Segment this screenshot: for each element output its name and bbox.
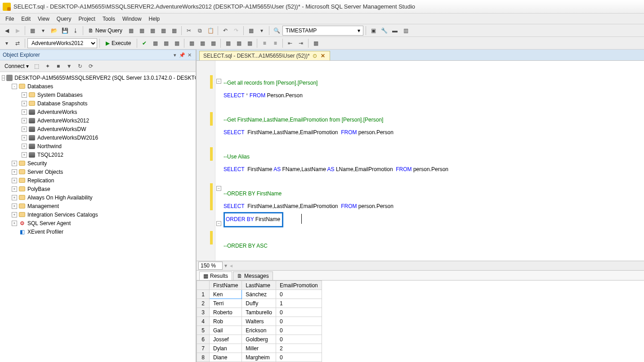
expander-icon[interactable]: + <box>12 204 17 209</box>
row-number[interactable]: 6 <box>197 335 210 344</box>
find-icon[interactable]: 🔍 <box>272 26 282 36</box>
zoom-dropdown[interactable]: 150 % <box>198 262 223 270</box>
cell[interactable]: 0 <box>276 335 322 344</box>
tree-node[interactable]: ◧XEvent Profiler <box>0 227 196 236</box>
menu-file[interactable]: File <box>2 14 18 23</box>
save-all-icon[interactable]: ⭳ <box>71 26 80 36</box>
indent-icon[interactable]: ⇥ <box>296 38 306 48</box>
stop-icon[interactable]: ✦ <box>43 62 52 71</box>
panel-dropdown-icon[interactable]: ▾ <box>171 51 179 59</box>
db-engine-query-icon[interactable]: ▦ <box>126 26 136 36</box>
tree-node[interactable]: +Always On High Availability <box>0 193 196 202</box>
cell[interactable]: Sánchez <box>242 290 276 299</box>
results-grid[interactable]: FirstName LastName EmailPromotion 1 Ken … <box>197 281 644 362</box>
mdx-query-icon[interactable]: ▦ <box>148 26 157 36</box>
outdent-icon[interactable]: ⇤ <box>285 38 295 48</box>
row-number[interactable]: 1 <box>197 290 210 299</box>
cell[interactable]: Goldberg <box>242 335 276 344</box>
undo-icon[interactable]: ↶ <box>220 26 230 36</box>
cut-icon[interactable]: ✂ <box>184 26 194 36</box>
expander-icon[interactable]: + <box>12 212 17 217</box>
table-row[interactable]: 8 Diane Margheim 0 <box>197 353 322 362</box>
expander-icon[interactable]: + <box>12 195 17 200</box>
table-row[interactable]: 7 Dylan Miller 2 <box>197 344 322 353</box>
tree-node[interactable]: +Northwind <box>0 142 196 150</box>
tree-node[interactable]: +Server Objects <box>0 167 196 176</box>
row-number[interactable]: 7 <box>197 344 210 353</box>
tree-node[interactable]: +Management <box>0 202 196 210</box>
cell[interactable]: 0 <box>276 326 322 335</box>
expander-icon[interactable]: + <box>12 186 17 192</box>
cell[interactable]: 1 <box>276 299 322 308</box>
connect-button[interactable]: Connect▾ <box>3 63 31 69</box>
expander-icon[interactable]: + <box>22 152 27 158</box>
col-header[interactable]: FirstName <box>210 281 242 290</box>
sqlcmd-icon[interactable]: ▦ <box>208 38 218 48</box>
menu-help[interactable]: Help <box>145 14 164 23</box>
filter-icon[interactable]: ▼ <box>65 62 74 71</box>
fold-icon[interactable]: − <box>216 79 221 84</box>
menu-view[interactable]: View <box>34 14 53 23</box>
plan2-icon[interactable]: ▦ <box>172 38 182 48</box>
dmx-query-icon[interactable]: ▦ <box>158 26 168 36</box>
layout-icon-3[interactable]: ▬ <box>390 26 400 36</box>
row-number[interactable]: 4 <box>197 317 210 326</box>
cell[interactable]: Ken <box>210 290 242 299</box>
cell[interactable]: Jossef <box>210 335 242 344</box>
scroll-left-icon[interactable]: ◂ <box>230 262 233 269</box>
specify-values-icon[interactable]: ▦ <box>311 38 321 48</box>
cell[interactable]: 2 <box>276 344 322 353</box>
panel-close-icon[interactable]: ✕ <box>186 51 193 59</box>
plan-icon[interactable]: ▦ <box>150 38 160 48</box>
expander-icon[interactable]: + <box>22 127 27 132</box>
change-connection-icon[interactable]: ⇄ <box>13 38 22 48</box>
document-tab[interactable]: SELECT.sql - DESKT...A1M5655\User (52))*… <box>199 51 330 60</box>
menu-window[interactable]: Window <box>119 14 145 23</box>
new-query-button[interactable]: 🗎 New Query <box>85 26 125 36</box>
panel-pin-icon[interactable]: 📌 <box>179 51 186 59</box>
tree-node[interactable]: -Databases <box>0 82 196 90</box>
table-row[interactable]: 5 Gail Erickson 0 <box>197 326 322 335</box>
results-text-icon[interactable]: ▦ <box>223 38 233 48</box>
comment-icon[interactable]: ≡ <box>259 38 269 48</box>
expander-icon[interactable]: + <box>12 221 17 226</box>
tree-node[interactable]: +PolyBase <box>0 185 196 193</box>
cell[interactable]: 0 <box>276 308 322 317</box>
tree-node[interactable]: +Replication <box>0 176 196 185</box>
cell[interactable]: Tamburello <box>242 308 276 317</box>
row-number[interactable]: 3 <box>197 308 210 317</box>
col-header[interactable]: EmailPromotion <box>276 281 322 290</box>
cell[interactable]: 0 <box>276 317 322 326</box>
table-row[interactable]: 6 Jossef Goldberg 0 <box>197 335 322 344</box>
messages-tab[interactable]: 🗎 Messages <box>233 272 273 280</box>
expander-icon[interactable]: + <box>22 144 27 149</box>
tree-node[interactable]: +Database Snapshots <box>0 99 196 108</box>
menu-edit[interactable]: Edit <box>18 14 34 23</box>
new-file-icon[interactable]: ▾ <box>38 26 48 36</box>
layout-icon-4[interactable]: ▥ <box>401 26 411 36</box>
expander-icon[interactable]: + <box>22 118 27 123</box>
object-tree[interactable]: − DESKTOP-A1M5655\MSSQLSERVER2 (SQL Serv… <box>0 72 196 362</box>
cell[interactable]: Rob <box>210 317 242 326</box>
cell[interactable]: Dylan <box>210 344 242 353</box>
expander-icon[interactable]: + <box>12 178 17 183</box>
layout-icon-1[interactable]: ▣ <box>368 26 378 36</box>
tree-node[interactable]: +TSQL2012 <box>0 150 196 159</box>
expander-icon[interactable]: + <box>22 92 27 98</box>
tree-server-node[interactable]: − DESKTOP-A1M5655\MSSQLSERVER2 (SQL Serv… <box>0 73 196 82</box>
expander-icon[interactable]: + <box>12 161 17 166</box>
table-row[interactable]: 3 Roberto Tamburello 0 <box>197 308 322 317</box>
execute-button[interactable]: ▶ Execute <box>102 38 134 48</box>
cell[interactable]: Miller <box>242 344 276 353</box>
paste-icon[interactable]: 📋 <box>206 26 215 36</box>
save-icon[interactable]: 💾 <box>60 26 70 36</box>
results-tab[interactable]: ▦ Results <box>199 272 232 280</box>
options-icon[interactable]: ▦ <box>161 38 171 48</box>
table-row[interactable]: 4 Rob Walters 0 <box>197 317 322 326</box>
tree-node[interactable]: +Security <box>0 159 196 167</box>
row-number[interactable]: 5 <box>197 326 210 335</box>
cell[interactable]: Margheim <box>242 353 276 362</box>
cell[interactable]: Roberto <box>210 308 242 317</box>
menu-query[interactable]: Query <box>53 14 75 23</box>
cell[interactable]: Diane <box>210 353 242 362</box>
